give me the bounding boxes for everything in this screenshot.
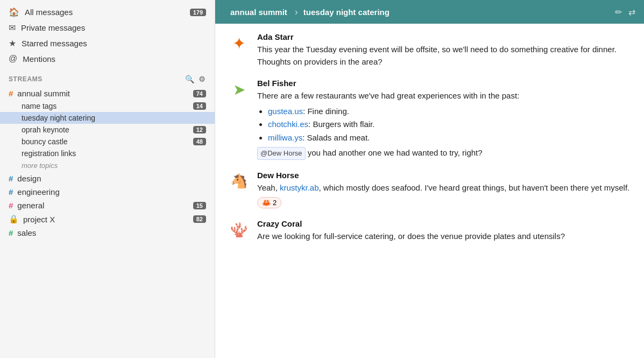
header-icons: ✏ ⇄ — [615, 7, 635, 17]
stream-item-design[interactable]: # design — [0, 172, 215, 185]
message-content-coral: Crazy Coral Are we looking for full-serv… — [257, 219, 631, 243]
stream-label: project X — [23, 215, 55, 224]
starred-messages-label: Starred messages — [22, 39, 87, 48]
topic-label: name tags — [22, 102, 56, 110]
breadcrumb-stream[interactable]: annual summit — [224, 4, 294, 20]
avatar-dew: 🐴 — [228, 171, 250, 192]
hash-icon: # — [9, 201, 13, 210]
sidebar-item-all-messages[interactable]: 🏠 All messages 179 — [0, 4, 215, 20]
avatar-bel: ➤ — [228, 79, 250, 100]
stream-badge: 82 — [193, 215, 206, 223]
private-messages-label: Private messages — [21, 23, 85, 32]
sidebar-nav: 🏠 All messages 179 ✉ Private messages ★ … — [0, 0, 215, 68]
topic-badge: 14 — [193, 102, 206, 110]
chat-messages: ✦ Ada Starr This year the Tuesday evenin… — [215, 24, 644, 358]
sender-bel: Bel Fisher — [257, 79, 631, 88]
sender-dew: Dew Horse — [257, 171, 631, 180]
link-chotchki[interactable]: chotchki.es — [268, 120, 308, 129]
topic-label: bouncy castle — [22, 137, 68, 146]
lock-icon: 🔒 — [9, 214, 19, 224]
hash-icon: # — [9, 174, 13, 183]
hash-icon: # — [9, 187, 13, 196]
all-messages-label: All messages — [25, 8, 73, 17]
message-content-bel: Bel Fisher There are a few restaurants w… — [257, 79, 631, 160]
stream-item-annual-summit[interactable]: # annual summit 74 — [0, 87, 215, 100]
search-icon[interactable]: 🔍 — [185, 75, 195, 83]
envelope-icon: ✉ — [9, 23, 16, 33]
chat-header: annual summit › tuesday night catering ✏… — [215, 0, 644, 24]
topic-badge: 48 — [193, 138, 206, 145]
message-content-dew: Dew Horse Yeah, krustykr.ab, which mostl… — [257, 171, 631, 209]
stream-label: design — [17, 174, 41, 183]
message-text-dew: Yeah, krustykr.ab, which mostly does sea… — [257, 182, 631, 194]
sidebar-item-mentions[interactable]: @ Mentions — [0, 51, 215, 66]
message-text-ada: This year the Tuesday evening event will… — [257, 44, 631, 68]
message-block-bel: ➤ Bel Fisher There are a few restaurants… — [228, 79, 631, 160]
stream-badge: 74 — [193, 90, 206, 97]
link-milliwa[interactable]: milliwa.ys — [268, 133, 302, 142]
stream-label: sales — [17, 228, 36, 237]
stream-badge: 15 — [193, 202, 206, 209]
topic-item-tuesday-night-catering[interactable]: tuesday night catering — [0, 112, 215, 124]
main-panel: annual summit › tuesday night catering ✏… — [215, 0, 644, 358]
gear-icon[interactable]: ⚙ — [199, 75, 206, 83]
all-messages-badge: 179 — [190, 9, 206, 16]
stream-item-engineering[interactable]: # engineering — [0, 185, 215, 199]
breadcrumb-topic[interactable]: tuesday night catering — [299, 4, 394, 20]
topic-label: tuesday night catering — [22, 114, 95, 122]
sidebar-item-private-messages[interactable]: ✉ Private messages — [0, 20, 215, 36]
message-block-coral: 🪸 Crazy Coral Are we looking for full-se… — [228, 219, 631, 243]
sender-ada: Ada Starr — [257, 32, 631, 41]
link-krustykr[interactable]: krustykr.ab — [280, 183, 319, 192]
topic-label: registration links — [22, 149, 76, 158]
hash-icon: # — [9, 228, 13, 237]
topic-item-registration-links[interactable]: registration links — [0, 148, 215, 159]
topic-label: oprah keynote — [22, 125, 69, 134]
topic-item-oprah-keynote[interactable]: oprah keynote 12 — [0, 124, 215, 136]
stream-label: general — [17, 201, 44, 210]
reaction-crab[interactable]: 🦀 2 — [257, 197, 281, 208]
stream-item-general[interactable]: # general 15 — [0, 199, 215, 212]
avatar-coral: 🪸 — [228, 219, 250, 241]
topic-item-bouncy-castle[interactable]: bouncy castle 48 — [0, 136, 215, 148]
reaction-count: 2 — [273, 199, 277, 207]
message-block-dew: 🐴 Dew Horse Yeah, krustykr.ab, which mos… — [228, 171, 631, 209]
streams-header: STREAMS 🔍 ⚙ — [0, 68, 215, 87]
topic-item-name-tags[interactable]: name tags 14 — [0, 100, 215, 112]
sidebar: 🏠 All messages 179 ✉ Private messages ★ … — [0, 0, 215, 358]
message-block-ada: ✦ Ada Starr This year the Tuesday evenin… — [228, 32, 631, 68]
topic-badge: 12 — [193, 126, 206, 134]
message-content-ada: Ada Starr This year the Tuesday evening … — [257, 32, 631, 68]
sidebar-item-starred-messages[interactable]: ★ Starred messages — [0, 36, 215, 51]
more-topics-link[interactable]: more topics — [0, 159, 215, 172]
hash-icon: # — [9, 89, 13, 98]
stream-item-sales[interactable]: # sales — [0, 226, 215, 240]
stream-controls: 🔍 ⚙ — [185, 75, 206, 83]
stream-label: annual summit — [17, 89, 70, 98]
reaction-emoji: 🦀 — [262, 199, 271, 207]
breadcrumb-arrow: › — [295, 6, 298, 18]
at-icon: @ — [9, 54, 17, 64]
mention-dew[interactable]: @Dew Horse — [257, 147, 306, 160]
message-text-bel: There are a few restaurants we've had gr… — [257, 90, 631, 160]
sender-coral: Crazy Coral — [257, 219, 631, 228]
mentions-label: Mentions — [23, 54, 55, 64]
message-text-coral: Are we looking for full-service catering… — [257, 230, 631, 243]
streams-label: STREAMS — [9, 75, 43, 83]
stream-label: engineering — [17, 187, 59, 196]
avatar-ada: ✦ — [228, 32, 250, 54]
edit-icon[interactable]: ✏ — [615, 7, 622, 17]
link-icon[interactable]: ⇄ — [628, 7, 635, 17]
stream-item-project-x[interactable]: 🔒 project X 82 — [0, 212, 215, 226]
star-icon: ★ — [9, 38, 16, 48]
home-icon: 🏠 — [9, 7, 19, 17]
link-gustea[interactable]: gustea.us — [268, 107, 303, 116]
